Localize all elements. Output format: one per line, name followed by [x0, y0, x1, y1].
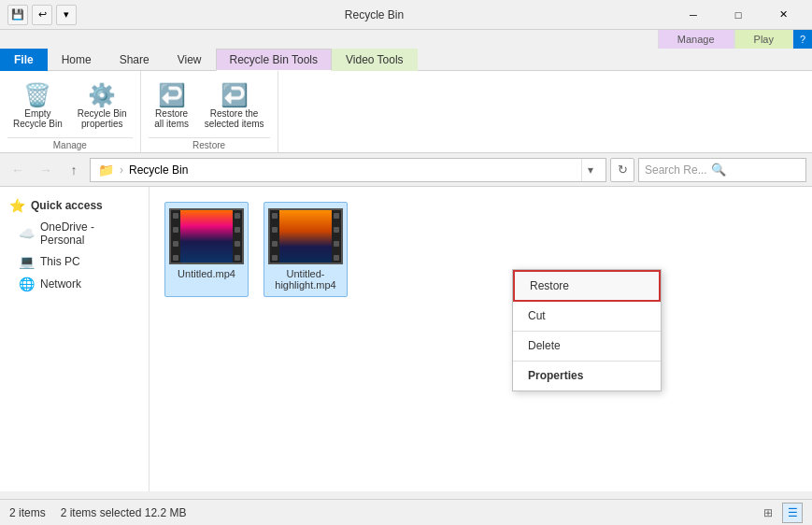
quick-access-icon: ⭐	[9, 198, 25, 213]
sidebar-item-network[interactable]: 🌐 Network	[0, 273, 149, 295]
tab-videotools[interactable]: Video Tools	[332, 49, 418, 71]
breadcrumb-arrow: ›	[120, 163, 123, 177]
quick-access-toolbar: 💾 ↩ ▾	[7, 5, 77, 25]
file-grid: Untitled.mp4	[164, 202, 797, 297]
qs-undo[interactable]: ↩	[32, 5, 52, 25]
ctx-properties[interactable]: Properties	[513, 362, 661, 390]
selected-info: 2 items selected 12.2 MB	[61, 506, 187, 519]
grid-view-button[interactable]: ⊞	[758, 503, 778, 523]
film-strip-left-1	[171, 210, 180, 262]
search-field[interactable]: Search Re... 🔍	[638, 158, 806, 182]
film-strip-right-2	[332, 210, 341, 262]
network-icon: 🌐	[19, 277, 35, 291]
manage-group-label-bottom: Manage	[7, 137, 133, 152]
properties-icon: ⚙️	[88, 84, 116, 106]
file-item-1[interactable]: Untitled.mp4	[164, 202, 249, 297]
quick-access-label: Quick access	[31, 199, 103, 212]
restore-buttons: ↩️ Restoreall items ↩️ Restore theselect…	[149, 75, 270, 137]
restore-all-button[interactable]: ↩️ Restoreall items	[149, 80, 195, 133]
item-count: 2 items	[9, 506, 46, 519]
file-thumbnail-1	[169, 208, 244, 264]
address-bar: ← → ↑ 📁 › Recycle Bin ▾ ↻ Search Re... 🔍	[0, 153, 812, 187]
video-preview-2	[279, 210, 332, 262]
tab-file[interactable]: File	[0, 49, 48, 71]
network-label: Network	[40, 277, 81, 291]
file-label-1: Untitled.mp4	[169, 268, 244, 279]
restore-group-label-bottom: Restore	[149, 137, 270, 152]
ribbon-contextual-labels: Manage Play ?	[0, 30, 812, 49]
ribbon-group-restore: ↩️ Restoreall items ↩️ Restore theselect…	[141, 71, 278, 152]
help-button[interactable]: ?	[793, 30, 812, 49]
sidebar-item-quick-access[interactable]: ⭐ Quick access	[0, 194, 149, 217]
ctx-delete[interactable]: Delete	[513, 332, 661, 361]
folder-icon: 📁	[98, 163, 114, 177]
manage-group-label: Manage	[658, 30, 734, 49]
film-strip-left-2	[270, 210, 279, 262]
main-content: ⭐ Quick access ☁️ OneDrive - Personal 💻 …	[0, 187, 812, 491]
back-button[interactable]: ←	[6, 158, 30, 182]
tab-view[interactable]: View	[164, 49, 216, 71]
qs-dropdown[interactable]: ▾	[56, 5, 77, 25]
play-group-label: Play	[734, 30, 793, 49]
sidebar-item-this-pc[interactable]: 💻 This PC	[0, 250, 149, 273]
forward-button[interactable]: →	[34, 158, 58, 182]
status-info: 2 items 2 items selected 12.2 MB	[9, 506, 186, 519]
film-strip-right-1	[233, 210, 242, 262]
video-preview-1	[180, 210, 233, 262]
tab-recyclebin[interactable]: Recycle Bin Tools	[216, 49, 333, 71]
refresh-button[interactable]: ↻	[610, 158, 634, 182]
file-item-2[interactable]: Untitled-highlight.mp4	[264, 202, 348, 297]
this-pc-icon: 💻	[19, 254, 35, 269]
title-bar: 💾 ↩ ▾ Recycle Bin ─ □ ✕	[0, 0, 812, 30]
empty-recycle-bin-icon: 🗑️	[23, 84, 51, 106]
ribbon-tabs: File Home Share View Recycle Bin Tools V…	[0, 49, 812, 71]
manage-buttons: 🗑️ EmptyRecycle Bin ⚙️ Recycle Binproper…	[7, 75, 133, 137]
restore-all-icon: ↩️	[158, 84, 186, 106]
sidebar-item-onedrive[interactable]: ☁️ OneDrive - Personal	[0, 217, 149, 250]
minimize-button[interactable]: ─	[672, 0, 715, 30]
view-controls: ⊞ ☰	[758, 503, 803, 523]
address-field[interactable]: 📁 › Recycle Bin ▾	[90, 158, 606, 182]
close-button[interactable]: ✕	[762, 0, 805, 30]
maximize-button[interactable]: □	[717, 0, 760, 30]
ribbon-group-manage: 🗑️ EmptyRecycle Bin ⚙️ Recycle Binproper…	[0, 71, 141, 152]
tab-home[interactable]: Home	[48, 49, 106, 71]
ribbon-body: 🗑️ EmptyRecycle Bin ⚙️ Recycle Binproper…	[0, 71, 812, 153]
sidebar: ⭐ Quick access ☁️ OneDrive - Personal 💻 …	[0, 187, 150, 491]
tab-share[interactable]: Share	[106, 49, 164, 71]
search-placeholder: Search Re...	[645, 163, 707, 177]
restore-selected-icon: ↩️	[221, 84, 249, 106]
context-menu: Restore Cut Delete Properties	[512, 269, 662, 391]
file-thumbnail-2	[268, 208, 343, 264]
list-view-button[interactable]: ☰	[782, 503, 803, 523]
onedrive-icon: ☁️	[19, 226, 35, 241]
title-bar-left: 💾 ↩ ▾	[7, 5, 77, 25]
restore-selected-button[interactable]: ↩️ Restore theselected items	[199, 80, 270, 133]
window-controls: ─ □ ✕	[672, 0, 805, 30]
window-title: Recycle Bin	[77, 8, 672, 21]
qs-save[interactable]: 💾	[7, 5, 28, 25]
status-bar: 2 items 2 items selected 12.2 MB ⊞ ☰	[0, 499, 812, 525]
address-dropdown-button[interactable]: ▾	[581, 159, 598, 181]
file-area: Untitled.mp4	[150, 187, 812, 491]
up-button[interactable]: ↑	[62, 158, 86, 182]
onedrive-label: OneDrive - Personal	[40, 220, 139, 247]
this-pc-label: This PC	[40, 255, 80, 268]
breadcrumb-path: Recycle Bin	[129, 163, 188, 177]
ctx-restore[interactable]: Restore	[513, 270, 661, 302]
file-label-2: Untitled-highlight.mp4	[268, 268, 343, 291]
empty-recycle-bin-button[interactable]: 🗑️ EmptyRecycle Bin	[7, 80, 68, 133]
recycle-bin-properties-button[interactable]: ⚙️ Recycle Binproperties	[72, 80, 133, 133]
ctx-cut[interactable]: Cut	[513, 302, 661, 331]
search-icon: 🔍	[711, 163, 726, 177]
